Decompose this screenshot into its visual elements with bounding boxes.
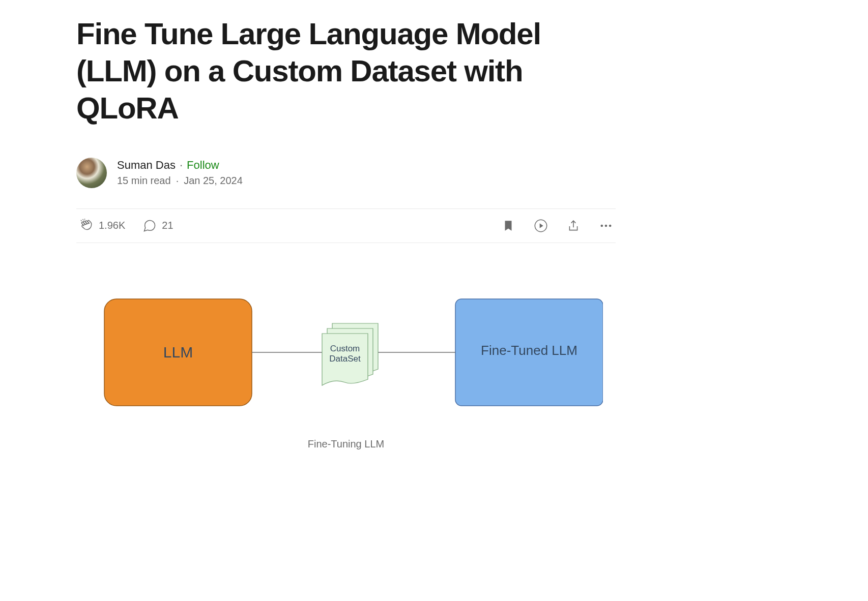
share-icon bbox=[567, 219, 580, 232]
clap-icon bbox=[78, 218, 94, 233]
svg-point-4 bbox=[601, 224, 603, 227]
comment-icon bbox=[142, 219, 157, 233]
diagram-caption: Fine-Tuning LLM bbox=[76, 438, 616, 450]
comment-button[interactable]: 21 bbox=[142, 219, 173, 233]
diagram-image: LLM Fine-Tuned LLM Custom DataSet bbox=[89, 294, 603, 416]
dot-separator: · bbox=[176, 175, 179, 187]
svg-line-0 bbox=[81, 220, 81, 221]
more-button[interactable] bbox=[598, 218, 614, 233]
diagram-left-label: LLM bbox=[163, 344, 193, 360]
author-name[interactable]: Suman Das bbox=[117, 159, 176, 172]
follow-button[interactable]: Follow bbox=[187, 159, 219, 172]
clap-button[interactable]: 1.96K bbox=[78, 218, 125, 233]
action-bar: 1.96K 21 bbox=[76, 208, 616, 243]
share-button[interactable] bbox=[566, 218, 581, 233]
clap-count: 1.96K bbox=[99, 220, 125, 231]
avatar[interactable] bbox=[76, 158, 107, 188]
dot-separator: · bbox=[180, 159, 183, 172]
diagram-middle-label-2: DataSet bbox=[329, 354, 361, 364]
bookmark-button[interactable] bbox=[501, 218, 516, 233]
byline: Suman Das · Follow 15 min read · Jan 25,… bbox=[76, 158, 616, 188]
publish-date: Jan 25, 2024 bbox=[184, 175, 243, 187]
diagram-middle-label-1: Custom bbox=[330, 344, 360, 353]
diagram-right-label: Fine-Tuned LLM bbox=[481, 343, 577, 358]
svg-point-6 bbox=[609, 224, 612, 227]
play-icon bbox=[534, 219, 548, 233]
svg-point-5 bbox=[605, 224, 607, 227]
read-time: 15 min read bbox=[117, 175, 171, 187]
more-icon bbox=[599, 219, 613, 233]
bookmark-icon bbox=[502, 219, 515, 232]
svg-line-1 bbox=[83, 219, 83, 220]
article-title: Fine Tune Large Language Model (LLM) on … bbox=[76, 15, 616, 127]
listen-button[interactable] bbox=[533, 218, 548, 233]
comment-count: 21 bbox=[162, 220, 173, 231]
